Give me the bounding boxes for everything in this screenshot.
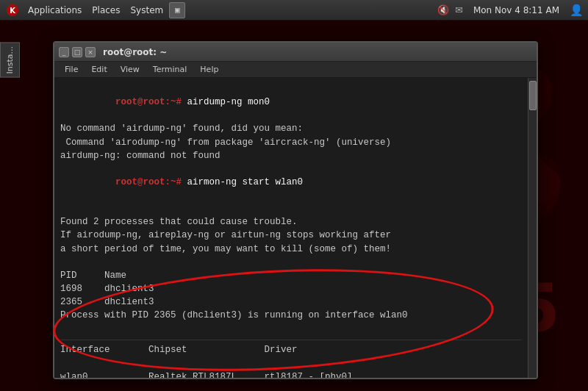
scrollbar-thumb[interactable] [529, 81, 537, 110]
terminal-window: _ □ × root@root: ~ File Edit View Termin… [53, 41, 538, 379]
prompt-text: root@root:~# [115, 177, 182, 187]
user-icon: 👤 [570, 4, 584, 17]
terminal-line: Command 'airodump-ng' from package 'airc… [60, 136, 522, 149]
interface-table: Interface Chipset Driver wlan0 Realtek R… [60, 340, 522, 378]
command-text: airdump-ng mon0 [182, 97, 270, 107]
menu-terminal[interactable]: Terminal [147, 63, 193, 76]
terminal-line [60, 202, 522, 215]
applications-menu[interactable]: Applications [24, 3, 86, 18]
command-text: airmon-ng start wlan0 [182, 177, 303, 187]
taskbar-right: 🔇 ✉ Mon Nov 4 8:11 AM 👤 [437, 4, 584, 17]
terminal-line: Found 2 processes that could cause troub… [60, 215, 522, 229]
menu-help[interactable]: Help [194, 63, 224, 76]
terminal-line: PID Name [60, 269, 522, 282]
desktop: backtrack 5 Insta... _ □ × root@root: ~ … [0, 21, 588, 391]
terminal-body[interactable]: root@root:~# airdump-ng mon0 No command … [54, 78, 528, 378]
terminal-content-area: root@root:~# airdump-ng mon0 No command … [54, 78, 537, 378]
terminal-line: 1698 dhclient3 [60, 282, 522, 295]
clock: Mon Nov 4 8:11 AM [469, 4, 564, 17]
menu-file[interactable]: File [59, 63, 84, 76]
places-menu[interactable]: Places [87, 3, 124, 18]
table-row-wlan0: wlan0 Realtek RTL8187L rtl8187 - [phy0] [60, 370, 522, 378]
mail-icon: ✉ [455, 4, 463, 15]
terminal-line: Process with PID 2365 (dhclient3) is run… [60, 309, 522, 322]
terminal-line [60, 322, 522, 335]
sound-icon: 🔇 [437, 4, 449, 15]
maximize-button[interactable]: □ [72, 47, 82, 57]
taskbar: K Applications Places System ▣ 🔇 ✉ Mon N… [0, 0, 588, 21]
terminal-title: root@root: ~ [103, 47, 167, 57]
terminal-titlebar: _ □ × root@root: ~ [54, 43, 537, 62]
menu-edit[interactable]: Edit [85, 63, 112, 76]
system-menu[interactable]: System [126, 3, 168, 18]
scrollbar[interactable] [528, 78, 537, 378]
taskbar-left: K Applications Places System ▣ [4, 2, 437, 18]
terminal-line [60, 357, 522, 370]
svg-text:K: K [10, 7, 16, 15]
terminal-line: root@root:~# airdump-ng mon0 [60, 82, 522, 122]
terminal-line: If airodump-ng, aireplay-ng or airtun-ng… [60, 229, 522, 242]
install-button[interactable]: Insta... [0, 43, 20, 78]
minimize-button[interactable]: _ [59, 47, 69, 57]
terminal-launch-button[interactable]: ▣ [169, 2, 185, 18]
terminal-line: 2365 dhclient3 [60, 295, 522, 309]
menu-view[interactable]: View [115, 63, 146, 76]
kali-icon: K [4, 2, 21, 18]
terminal-line: No command 'airdump-ng' found, did you m… [60, 122, 522, 135]
terminal-menubar: File Edit View Terminal Help [54, 62, 537, 78]
prompt-text: root@root:~# [115, 97, 182, 107]
close-button[interactable]: × [85, 47, 96, 57]
table-header: Interface Chipset Driver [60, 343, 522, 356]
terminal-line: root@root:~# airmon-ng start wlan0 [60, 162, 522, 202]
terminal-line: a short period of time, you may want to … [60, 243, 522, 256]
terminal-line [60, 256, 522, 269]
terminal-line: airdump-ng: command not found [60, 149, 522, 162]
